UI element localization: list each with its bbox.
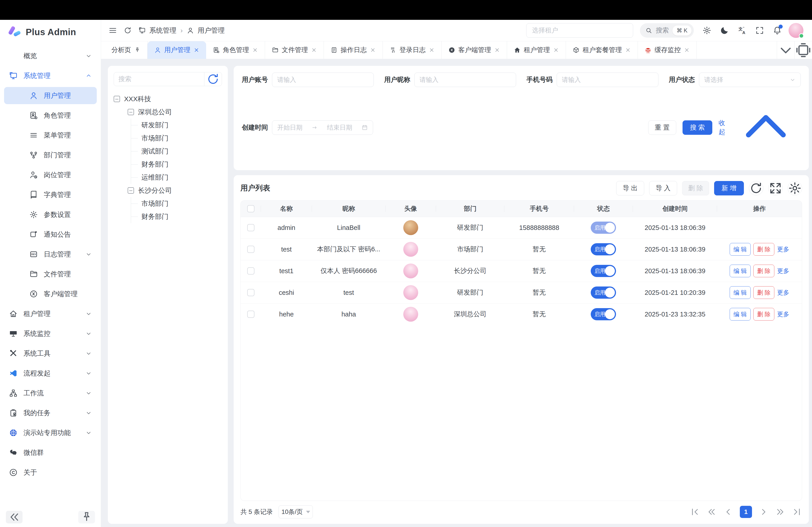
status-toggle[interactable]: 启用: [591, 243, 616, 255]
sidebar-item-系统监控[interactable]: 系统监控: [4, 325, 97, 342]
global-search[interactable]: 搜索 ⌘ K: [640, 23, 694, 37]
tab-租户套餐管理[interactable]: 租户套餐管理: [566, 41, 638, 59]
sidebar-item-演示站专用功能[interactable]: 演示站专用功能: [4, 424, 97, 441]
edit-button[interactable]: 编 辑: [730, 265, 751, 277]
status-toggle[interactable]: 启用: [591, 286, 616, 299]
tab-close-button[interactable]: [311, 47, 317, 53]
tab-close-button[interactable]: [193, 47, 199, 53]
sidebar-item-文件管理[interactable]: 文件管理: [4, 266, 97, 283]
user-avatar[interactable]: [788, 23, 803, 38]
sidebar-item-租户管理[interactable]: 租户管理: [4, 305, 97, 322]
add-button[interactable]: 新 增: [714, 181, 744, 195]
collapse-filters-link[interactable]: 收起: [719, 93, 801, 163]
row-checkbox[interactable]: [247, 224, 255, 231]
fullscreen-button[interactable]: [755, 26, 764, 35]
sidebar-item-流程发起[interactable]: 流程发起: [4, 365, 97, 382]
tab-文件管理[interactable]: 文件管理: [265, 41, 324, 59]
tree-collapse-icon[interactable]: [128, 187, 134, 194]
edit-button[interactable]: 编 辑: [730, 286, 751, 299]
table-refresh-button[interactable]: [749, 181, 763, 195]
row-checkbox[interactable]: [247, 267, 255, 274]
sidebar-item-菜单管理[interactable]: 菜单管理: [4, 127, 97, 144]
tree-node-XXX科技[interactable]: XXX科技: [114, 92, 222, 105]
settings-button[interactable]: [702, 26, 711, 35]
status-toggle[interactable]: 启用: [591, 222, 616, 234]
status-select[interactable]: 请选择: [699, 73, 801, 87]
tree-leaf-测试部门[interactable]: 测试部门: [131, 145, 222, 158]
status-toggle[interactable]: 启用: [591, 308, 616, 320]
row-checkbox[interactable]: [247, 246, 255, 253]
export-button[interactable]: 导 出: [616, 181, 644, 195]
tab-close-button[interactable]: [252, 47, 258, 53]
edit-button[interactable]: 编 辑: [730, 308, 751, 320]
tab-租户管理[interactable]: 租户管理: [507, 41, 566, 59]
fast-prev-button[interactable]: [707, 507, 716, 517]
sidebar-item-参数设置[interactable]: 参数设置: [4, 206, 97, 223]
tree-leaf-市场部门[interactable]: 市场部门: [131, 132, 222, 145]
delete-row-button[interactable]: 删 除: [753, 243, 774, 256]
tenant-select[interactable]: 选择租户: [526, 23, 633, 37]
page-size-select[interactable]: 10条/页: [278, 506, 313, 518]
tab-分析页[interactable]: 分析页: [105, 41, 147, 59]
tree-leaf-研发部门[interactable]: 研发部门: [131, 119, 222, 132]
sidebar-item-通知公告[interactable]: 通知公告: [4, 226, 97, 243]
tab-close-button[interactable]: [494, 47, 500, 53]
more-button[interactable]: 更多: [777, 267, 789, 275]
tree-leaf-财务部门[interactable]: 财务部门: [131, 158, 222, 171]
tab-操作日志[interactable]: 操作日志: [324, 41, 383, 59]
tab-close-button[interactable]: [429, 47, 435, 53]
sidebar-item-角色管理[interactable]: 角色管理: [4, 107, 97, 124]
delete-row-button[interactable]: 删 除: [753, 308, 774, 320]
tab-pin-button[interactable]: [134, 47, 141, 53]
refresh-page-button[interactable]: [124, 26, 132, 34]
tab-缓存监控[interactable]: redis缓存监控: [638, 41, 697, 59]
import-button[interactable]: 导 入: [649, 181, 677, 195]
sidebar-collapse-button[interactable]: [6, 511, 23, 523]
sidebar-item-微信群[interactable]: 微信群: [4, 444, 97, 461]
tab-登录日志[interactable]: 登录日志: [383, 41, 441, 59]
tab-角色管理[interactable]: 角色管理: [206, 41, 265, 59]
tab-close-button[interactable]: [370, 47, 376, 53]
more-button[interactable]: 更多: [777, 310, 789, 318]
current-page-button[interactable]: 1: [740, 506, 752, 518]
tab-客户端管理[interactable]: 客户端管理: [441, 41, 507, 59]
date-range-picker[interactable]: 开始日期 结束日期: [272, 120, 373, 135]
dark-mode-button[interactable]: [720, 26, 729, 35]
menu-toggle-button[interactable]: [109, 26, 117, 34]
tree-leaf-市场部门[interactable]: 市场部门: [131, 197, 222, 210]
tree-node-长沙分公司[interactable]: 长沙分公司: [114, 184, 222, 197]
delete-button[interactable]: 删 除: [682, 181, 709, 195]
tree-search-input[interactable]: 搜索: [114, 72, 204, 86]
column-settings-button[interactable]: [788, 181, 802, 195]
sidebar-item-我的任务[interactable]: 我的任务: [4, 404, 97, 422]
sidebar-item-系统工具[interactable]: 系统工具: [4, 345, 97, 362]
sidebar-item-部门管理[interactable]: 部门管理: [4, 147, 97, 164]
content-maximize-button[interactable]: [794, 41, 812, 59]
row-checkbox[interactable]: [247, 311, 255, 318]
nickname-input[interactable]: 请输入: [414, 73, 516, 87]
search-button[interactable]: 搜 索: [683, 120, 712, 135]
delete-row-button[interactable]: 删 除: [753, 286, 774, 299]
tree-leaf-运维部门[interactable]: 运维部门: [131, 171, 222, 184]
table-fullscreen-button[interactable]: [768, 181, 783, 195]
status-toggle[interactable]: 启用: [591, 265, 616, 277]
sidebar-item-关于[interactable]: 关于: [4, 464, 97, 481]
tree-collapse-icon[interactable]: [114, 96, 120, 102]
language-button[interactable]: 文A: [738, 26, 746, 35]
more-button[interactable]: 更多: [777, 288, 789, 297]
tree-leaf-财务部门[interactable]: 财务部门: [131, 210, 222, 223]
breadcrumb-item[interactable]: 系统管理: [149, 26, 176, 35]
sidebar-item-用户管理[interactable]: 用户管理: [4, 87, 97, 104]
sidebar-item-日志管理[interactable]: DEV日志管理: [4, 246, 97, 263]
delete-row-button[interactable]: 删 除: [753, 265, 774, 277]
sidebar-pin-button[interactable]: [78, 511, 95, 523]
row-checkbox[interactable]: [247, 289, 255, 296]
tab-用户管理[interactable]: 用户管理: [147, 41, 206, 59]
notifications-button[interactable]: [773, 26, 782, 35]
last-page-button[interactable]: [792, 507, 802, 517]
select-all-checkbox[interactable]: [247, 205, 255, 212]
tree-collapse-icon[interactable]: [128, 109, 134, 115]
next-page-button[interactable]: [759, 507, 769, 517]
reset-button[interactable]: 重 置: [648, 120, 676, 135]
sidebar-item-概览[interactable]: 概览: [4, 47, 97, 64]
